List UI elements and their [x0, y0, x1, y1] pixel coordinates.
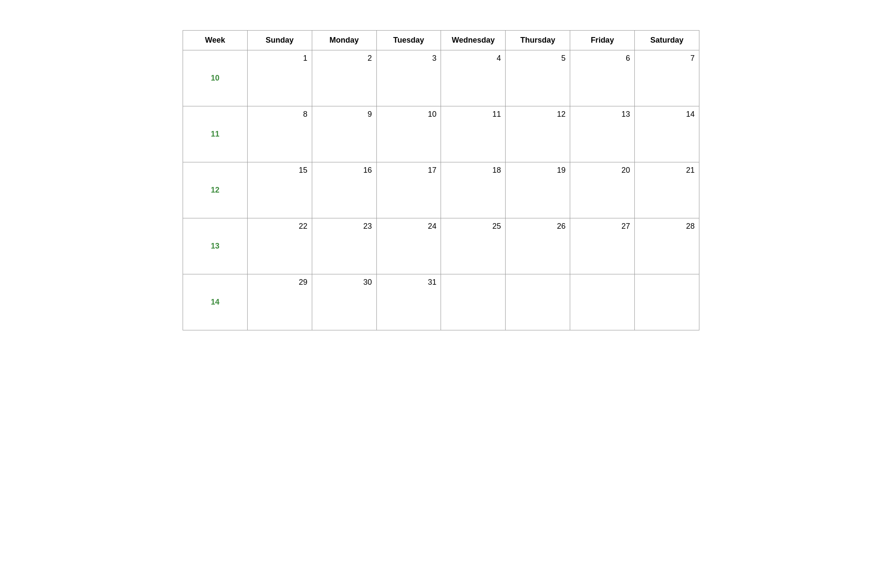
- day-cell[interactable]: 12: [506, 106, 570, 162]
- day-number: 31: [381, 278, 437, 287]
- day-cell[interactable]: 7: [635, 50, 699, 106]
- day-cell[interactable]: 24: [376, 218, 441, 274]
- header-friday: Friday: [570, 31, 635, 50]
- day-cell[interactable]: [441, 274, 506, 330]
- day-cell[interactable]: 17: [376, 162, 441, 218]
- header-tuesday: Tuesday: [376, 31, 441, 50]
- day-number: 15: [252, 166, 307, 175]
- day-cell[interactable]: [635, 274, 699, 330]
- day-cell[interactable]: 23: [312, 218, 376, 274]
- day-number: 4: [445, 54, 501, 63]
- day-number: 27: [575, 222, 630, 231]
- table-row: 11891011121314: [183, 106, 699, 162]
- header-week: Week: [183, 31, 248, 50]
- day-cell[interactable]: 4: [441, 50, 506, 106]
- day-number: 7: [639, 54, 695, 63]
- day-number: 21: [639, 166, 695, 175]
- day-number: 18: [445, 166, 501, 175]
- day-number: 22: [252, 222, 307, 231]
- day-cell[interactable]: [570, 274, 635, 330]
- day-number: 30: [317, 278, 372, 287]
- table-row: 1322232425262728: [183, 218, 699, 274]
- day-number: 19: [510, 166, 565, 175]
- day-cell[interactable]: 31: [376, 274, 441, 330]
- calendar-table: Week Sunday Monday Tuesday Wednesday Thu…: [183, 30, 699, 330]
- day-cell[interactable]: 14: [635, 106, 699, 162]
- day-number: 12: [510, 110, 565, 119]
- table-row: 14293031: [183, 274, 699, 330]
- day-number: 25: [445, 222, 501, 231]
- week-number: 14: [183, 274, 248, 330]
- day-cell[interactable]: 3: [376, 50, 441, 106]
- day-number: 26: [510, 222, 565, 231]
- week-number: 10: [183, 50, 248, 106]
- day-number: 24: [381, 222, 437, 231]
- day-number: 11: [445, 110, 501, 119]
- day-cell[interactable]: 29: [247, 274, 312, 330]
- day-cell[interactable]: 22: [247, 218, 312, 274]
- day-number: 8: [252, 110, 307, 119]
- day-cell[interactable]: 16: [312, 162, 376, 218]
- day-number: 10: [381, 110, 437, 119]
- header-monday: Monday: [312, 31, 376, 50]
- day-cell[interactable]: 19: [506, 162, 570, 218]
- day-cell[interactable]: 18: [441, 162, 506, 218]
- day-cell[interactable]: 25: [441, 218, 506, 274]
- header-row: Week Sunday Monday Tuesday Wednesday Thu…: [183, 31, 699, 50]
- table-row: 101234567: [183, 50, 699, 106]
- day-cell[interactable]: 30: [312, 274, 376, 330]
- day-number: 20: [575, 166, 630, 175]
- day-number: 3: [381, 54, 437, 63]
- day-number: 28: [639, 222, 695, 231]
- day-cell[interactable]: 15: [247, 162, 312, 218]
- day-cell[interactable]: 13: [570, 106, 635, 162]
- day-cell[interactable]: 5: [506, 50, 570, 106]
- day-number: 23: [317, 222, 372, 231]
- day-cell[interactable]: 9: [312, 106, 376, 162]
- day-cell[interactable]: 2: [312, 50, 376, 106]
- day-cell[interactable]: [506, 274, 570, 330]
- week-number: 12: [183, 162, 248, 218]
- day-cell[interactable]: 20: [570, 162, 635, 218]
- calendar-body: 1012345671189101112131412151617181920211…: [183, 50, 699, 330]
- day-number: 6: [575, 54, 630, 63]
- day-cell[interactable]: 6: [570, 50, 635, 106]
- week-number: 13: [183, 218, 248, 274]
- day-number: 1: [252, 54, 307, 63]
- day-number: 17: [381, 166, 437, 175]
- header-sunday: Sunday: [247, 31, 312, 50]
- day-cell[interactable]: 21: [635, 162, 699, 218]
- day-cell[interactable]: 1: [247, 50, 312, 106]
- day-cell[interactable]: 27: [570, 218, 635, 274]
- header-thursday: Thursday: [506, 31, 570, 50]
- day-number: 29: [252, 278, 307, 287]
- day-cell[interactable]: 11: [441, 106, 506, 162]
- table-row: 1215161718192021: [183, 162, 699, 218]
- day-cell[interactable]: 28: [635, 218, 699, 274]
- day-number: 16: [317, 166, 372, 175]
- day-number: 2: [317, 54, 372, 63]
- header-saturday: Saturday: [635, 31, 699, 50]
- day-number: 5: [510, 54, 565, 63]
- day-number: 13: [575, 110, 630, 119]
- day-cell[interactable]: 10: [376, 106, 441, 162]
- header-wednesday: Wednesday: [441, 31, 506, 50]
- day-number: 9: [317, 110, 372, 119]
- day-cell[interactable]: 8: [247, 106, 312, 162]
- day-number: 14: [639, 110, 695, 119]
- week-number: 11: [183, 106, 248, 162]
- day-cell[interactable]: 26: [506, 218, 570, 274]
